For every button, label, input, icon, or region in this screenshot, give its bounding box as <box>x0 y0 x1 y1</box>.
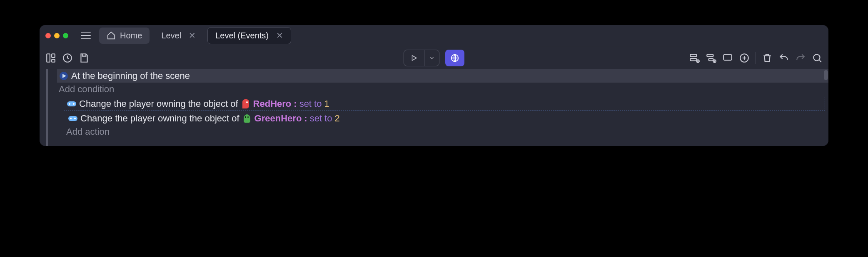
svg-point-19 <box>70 118 72 119</box>
action-value: 2 <box>334 113 339 124</box>
clock-icon[interactable] <box>62 53 73 63</box>
condition-label: At the beginning of the scene <box>71 71 190 81</box>
events-panel: At the beginning of the scene Add condit… <box>57 69 828 146</box>
add-sub-event-icon[interactable] <box>706 53 716 63</box>
scene-begin-icon <box>59 71 69 81</box>
svg-rect-0 <box>47 54 50 62</box>
network-preview-button[interactable] <box>445 50 464 66</box>
play-dropdown-button[interactable] <box>424 50 439 66</box>
window-controls <box>45 33 68 38</box>
titlebar: Home Level ✕ Level (Events) ✕ <box>40 25 828 46</box>
search-icon[interactable] <box>812 53 823 63</box>
toolbar <box>40 46 828 69</box>
svg-rect-9 <box>709 58 713 60</box>
svg-point-17 <box>73 103 75 105</box>
add-condition-link[interactable]: Add condition <box>57 83 828 96</box>
minimize-window-button[interactable] <box>54 33 60 38</box>
toolbar-divider <box>756 52 756 64</box>
tab-level-events-label: Level (Events) <box>215 31 269 40</box>
object-name: RedHero <box>253 98 292 109</box>
svg-rect-6 <box>690 58 696 60</box>
tab-home-label: Home <box>120 31 142 40</box>
play-button-group <box>404 50 439 66</box>
scrollbar-thumb[interactable] <box>824 70 828 80</box>
add-icon[interactable] <box>739 53 750 63</box>
save-icon[interactable] <box>79 53 90 63</box>
action-text: Change the player owning the object of <box>80 113 239 124</box>
redo-icon[interactable] <box>795 53 806 63</box>
svg-point-16 <box>69 103 70 105</box>
svg-rect-15 <box>67 101 76 106</box>
action-row[interactable]: Change the player owning the object of G… <box>66 112 828 125</box>
events-content: At the beginning of the scene Add condit… <box>40 69 828 146</box>
add-comment-icon[interactable] <box>722 53 733 63</box>
svg-rect-1 <box>52 54 55 58</box>
action-row-selected[interactable]: Change the player owning the object of R… <box>64 97 825 111</box>
object-name: GreenHero <box>254 113 302 124</box>
svg-rect-8 <box>707 54 713 56</box>
hamburger-menu-icon[interactable] <box>81 32 91 39</box>
app-window: Home Level ✕ Level (Events) ✕ <box>40 25 828 146</box>
tab-level-label: Level <box>161 31 181 40</box>
event-gutter <box>40 69 57 146</box>
play-button[interactable] <box>404 50 424 66</box>
action-text: Change the player owning the object of <box>79 98 238 109</box>
set-to-text: set to <box>299 98 322 109</box>
maximize-window-button[interactable] <box>63 33 68 38</box>
toolbar-right <box>689 52 823 64</box>
svg-rect-2 <box>52 59 55 62</box>
close-icon[interactable]: ✕ <box>276 31 283 40</box>
svg-point-13 <box>813 54 820 60</box>
controller-icon <box>68 113 78 123</box>
condition-row[interactable]: At the beginning of the scene <box>57 69 828 83</box>
set-to-text: set to <box>310 113 332 124</box>
svg-rect-18 <box>68 116 77 121</box>
home-icon <box>107 31 116 40</box>
controller-icon <box>67 99 77 109</box>
toolbar-left <box>45 53 90 63</box>
action-value: 1 <box>324 98 329 109</box>
tab-level[interactable]: Level ✕ <box>154 28 203 44</box>
red-hero-icon <box>241 99 251 109</box>
add-action-link[interactable]: Add action <box>65 125 828 139</box>
svg-point-20 <box>74 118 76 119</box>
trash-icon[interactable] <box>762 53 773 63</box>
panel-layout-icon[interactable] <box>45 53 56 63</box>
toolbar-center <box>404 50 464 66</box>
close-icon[interactable]: ✕ <box>189 31 196 40</box>
add-event-icon[interactable] <box>689 53 700 63</box>
green-hero-icon <box>242 113 252 123</box>
tab-level-events[interactable]: Level (Events) ✕ <box>207 27 291 44</box>
tab-home[interactable]: Home <box>99 28 150 44</box>
undo-icon[interactable] <box>778 53 789 63</box>
svg-rect-5 <box>690 54 696 56</box>
close-window-button[interactable] <box>45 33 51 38</box>
